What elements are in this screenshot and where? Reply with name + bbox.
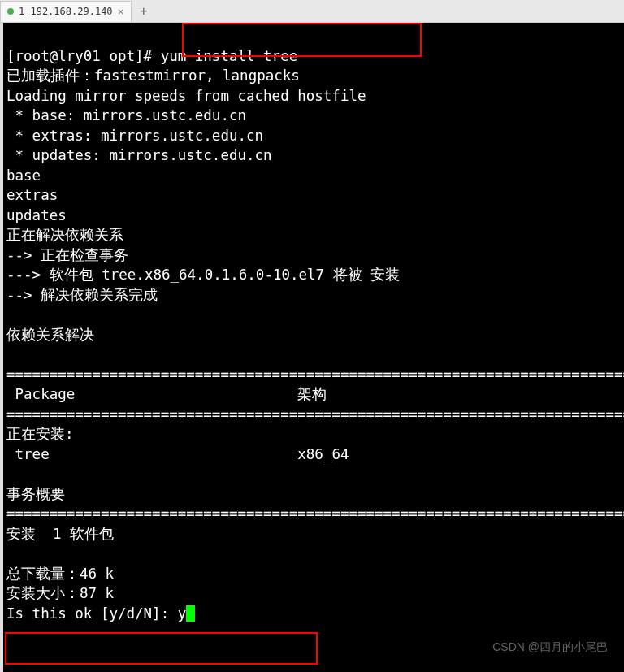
output-line: 安装大小：87 k [6, 585, 114, 601]
cursor-icon [186, 605, 195, 622]
output-line: 依赖关系解决 [6, 327, 94, 343]
terminal-output[interactable]: [root@lry01 opt]# yum install tree 已加载插件… [0, 23, 624, 672]
output-line: * base: mirrors.ustc.edu.cn [6, 107, 246, 124]
package-name: tree [6, 446, 50, 462]
output-line: 已加载插件：fastestmirror, langpacks [6, 67, 300, 84]
output-line: 事务概要 [6, 486, 65, 502]
status-dot-icon [7, 8, 14, 15]
command-text: yum install tree [161, 48, 298, 64]
separator-line: ========================================… [6, 505, 624, 522]
output-line: 总下载量：46 k [6, 566, 114, 582]
package-arch: x86_64 [297, 446, 349, 462]
table-header-arch: 架构 [297, 386, 327, 402]
watermark-text: CSDN @四月的小尾巴 [492, 639, 608, 656]
separator-line: ========================================… [6, 366, 624, 383]
user-input[interactable]: y [178, 605, 187, 622]
output-line: * updates: mirrors.ustc.edu.cn [6, 147, 272, 163]
annotation-box [5, 632, 318, 665]
shell-prompt: [root@lry01 opt]# [6, 48, 161, 64]
output-line: ---> 软件包 tree.x86_64.0.1.6.0-10.el7 将被 安… [6, 267, 400, 283]
output-line: base [6, 167, 41, 184]
output-line: extras [6, 187, 58, 203]
output-line: 安装 1 软件包 [6, 526, 114, 542]
output-line: updates [6, 207, 67, 223]
separator-line: ========================================… [6, 406, 624, 423]
output-line: * extras: mirrors.ustc.edu.cn [6, 128, 263, 144]
close-icon[interactable]: × [118, 5, 124, 18]
output-line: --> 解决依赖关系完成 [6, 287, 158, 303]
tab-bar: 1 192.168.29.140 × + [0, 0, 624, 23]
terminal-tab[interactable]: 1 192.168.29.140 × [0, 1, 132, 22]
tab-title: 1 192.168.29.140 [19, 6, 113, 17]
output-line: 正在解决依赖关系 [6, 227, 124, 243]
output-line: --> 正在检查事务 [6, 247, 128, 263]
output-line: 正在安装: [6, 426, 74, 442]
confirm-prompt: Is this ok [y/d/N]: [6, 605, 178, 622]
add-tab-button[interactable]: + [132, 3, 156, 19]
output-line: Loading mirror speeds from cached hostfi… [6, 88, 366, 104]
table-header-package: Package [6, 386, 75, 402]
